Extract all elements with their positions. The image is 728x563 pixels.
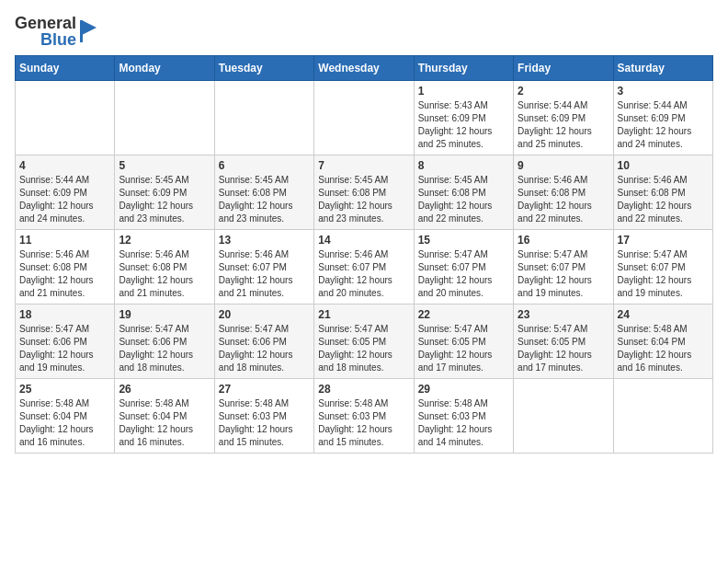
day-info: Sunrise: 5:47 AM Sunset: 6:05 PM Dayligh… — [518, 323, 609, 374]
calendar-cell — [115, 81, 214, 155]
day-info: Sunrise: 5:47 AM Sunset: 6:07 PM Dayligh… — [618, 248, 709, 300]
calendar-cell — [16, 81, 115, 155]
day-info: Sunrise: 5:48 AM Sunset: 6:03 PM Dayligh… — [219, 397, 310, 449]
calendar-week-4: 18Sunrise: 5:47 AM Sunset: 6:06 PM Dayli… — [16, 304, 713, 379]
day-info: Sunrise: 5:44 AM Sunset: 6:09 PM Dayligh… — [518, 99, 609, 151]
day-number: 10 — [618, 159, 709, 172]
day-number: 23 — [518, 308, 609, 321]
calendar-cell: 3Sunrise: 5:44 AM Sunset: 6:09 PM Daylig… — [613, 81, 712, 155]
svg-rect-1 — [80, 20, 83, 42]
logo: General Blue — [15, 15, 98, 48]
calendar-week-5: 25Sunrise: 5:48 AM Sunset: 6:04 PM Dayli… — [16, 379, 713, 454]
calendar-cell: 13Sunrise: 5:46 AM Sunset: 6:07 PM Dayli… — [214, 230, 313, 304]
day-number: 22 — [418, 308, 509, 321]
day-info: Sunrise: 5:45 AM Sunset: 6:08 PM Dayligh… — [318, 174, 409, 225]
day-number: 15 — [418, 234, 509, 247]
calendar-cell: 9Sunrise: 5:46 AM Sunset: 6:08 PM Daylig… — [514, 155, 613, 230]
day-info: Sunrise: 5:46 AM Sunset: 6:08 PM Dayligh… — [19, 248, 110, 300]
day-number: 9 — [518, 159, 609, 172]
calendar-cell: 22Sunrise: 5:47 AM Sunset: 6:05 PM Dayli… — [414, 304, 513, 379]
day-number: 18 — [19, 308, 110, 321]
calendar-cell: 15Sunrise: 5:47 AM Sunset: 6:07 PM Dayli… — [414, 230, 513, 304]
calendar-cell: 29Sunrise: 5:48 AM Sunset: 6:03 PM Dayli… — [414, 379, 513, 454]
calendar-cell — [214, 81, 313, 155]
day-number: 6 — [219, 159, 310, 172]
day-number: 7 — [318, 159, 409, 172]
day-number: 12 — [119, 234, 210, 247]
calendar-cell: 14Sunrise: 5:46 AM Sunset: 6:07 PM Dayli… — [314, 230, 414, 304]
day-info: Sunrise: 5:45 AM Sunset: 6:09 PM Dayligh… — [119, 174, 210, 225]
day-info: Sunrise: 5:48 AM Sunset: 6:03 PM Dayligh… — [418, 397, 509, 449]
calendar-cell: 8Sunrise: 5:45 AM Sunset: 6:08 PM Daylig… — [414, 155, 513, 230]
logo-flag-icon — [78, 18, 98, 44]
day-info: Sunrise: 5:46 AM Sunset: 6:08 PM Dayligh… — [618, 174, 709, 225]
day-info: Sunrise: 5:43 AM Sunset: 6:09 PM Dayligh… — [418, 99, 509, 151]
calendar-cell: 16Sunrise: 5:47 AM Sunset: 6:07 PM Dayli… — [514, 230, 613, 304]
calendar-cell: 12Sunrise: 5:46 AM Sunset: 6:08 PM Dayli… — [115, 230, 214, 304]
day-number: 14 — [318, 234, 409, 247]
calendar-cell: 1Sunrise: 5:43 AM Sunset: 6:09 PM Daylig… — [414, 81, 513, 155]
calendar-cell: 18Sunrise: 5:47 AM Sunset: 6:06 PM Dayli… — [16, 304, 115, 379]
calendar-week-3: 11Sunrise: 5:46 AM Sunset: 6:08 PM Dayli… — [16, 230, 713, 304]
day-number: 24 — [618, 308, 709, 321]
calendar-week-1: 1Sunrise: 5:43 AM Sunset: 6:09 PM Daylig… — [16, 81, 713, 155]
day-info: Sunrise: 5:47 AM Sunset: 6:06 PM Dayligh… — [19, 323, 110, 374]
day-number: 28 — [318, 383, 409, 396]
col-header-thursday: Thursday — [414, 56, 513, 81]
day-number: 21 — [318, 308, 409, 321]
day-info: Sunrise: 5:46 AM Sunset: 6:07 PM Dayligh… — [219, 248, 310, 300]
day-number: 1 — [418, 85, 509, 98]
day-info: Sunrise: 5:47 AM Sunset: 6:06 PM Dayligh… — [219, 323, 310, 374]
day-info: Sunrise: 5:45 AM Sunset: 6:08 PM Dayligh… — [219, 174, 310, 225]
day-info: Sunrise: 5:47 AM Sunset: 6:05 PM Dayligh… — [318, 323, 409, 374]
calendar-cell — [314, 81, 414, 155]
calendar-cell — [613, 379, 712, 454]
col-header-sunday: Sunday — [16, 56, 115, 81]
day-info: Sunrise: 5:44 AM Sunset: 6:09 PM Dayligh… — [19, 174, 110, 225]
day-info: Sunrise: 5:48 AM Sunset: 6:03 PM Dayligh… — [318, 397, 409, 449]
day-info: Sunrise: 5:46 AM Sunset: 6:07 PM Dayligh… — [318, 248, 409, 300]
logo-blue-text: Blue — [40, 31, 76, 48]
day-number: 25 — [19, 383, 110, 396]
day-number: 17 — [618, 234, 709, 247]
day-info: Sunrise: 5:46 AM Sunset: 6:08 PM Dayligh… — [119, 248, 210, 300]
calendar-cell: 27Sunrise: 5:48 AM Sunset: 6:03 PM Dayli… — [214, 379, 313, 454]
day-number: 11 — [19, 234, 110, 247]
day-number: 19 — [119, 308, 210, 321]
logo-general-text: General — [15, 15, 76, 31]
day-info: Sunrise: 5:44 AM Sunset: 6:09 PM Dayligh… — [618, 99, 709, 151]
calendar-cell: 25Sunrise: 5:48 AM Sunset: 6:04 PM Dayli… — [16, 379, 115, 454]
day-number: 27 — [219, 383, 310, 396]
calendar-cell: 10Sunrise: 5:46 AM Sunset: 6:08 PM Dayli… — [613, 155, 712, 230]
day-info: Sunrise: 5:46 AM Sunset: 6:08 PM Dayligh… — [518, 174, 609, 225]
col-header-friday: Friday — [514, 56, 613, 81]
col-header-tuesday: Tuesday — [214, 56, 313, 81]
day-info: Sunrise: 5:48 AM Sunset: 6:04 PM Dayligh… — [618, 323, 709, 374]
day-info: Sunrise: 5:45 AM Sunset: 6:08 PM Dayligh… — [418, 174, 509, 225]
calendar-cell: 21Sunrise: 5:47 AM Sunset: 6:05 PM Dayli… — [314, 304, 414, 379]
calendar-cell: 6Sunrise: 5:45 AM Sunset: 6:08 PM Daylig… — [214, 155, 313, 230]
day-number: 8 — [418, 159, 509, 172]
day-number: 3 — [618, 85, 709, 98]
day-number: 5 — [119, 159, 210, 172]
col-header-saturday: Saturday — [613, 56, 712, 81]
day-info: Sunrise: 5:48 AM Sunset: 6:04 PM Dayligh… — [19, 397, 110, 449]
col-header-wednesday: Wednesday — [314, 56, 414, 81]
day-number: 29 — [418, 383, 509, 396]
day-number: 4 — [19, 159, 110, 172]
svg-marker-0 — [82, 20, 97, 35]
day-info: Sunrise: 5:47 AM Sunset: 6:07 PM Dayligh… — [518, 248, 609, 300]
calendar-cell: 2Sunrise: 5:44 AM Sunset: 6:09 PM Daylig… — [514, 81, 613, 155]
calendar-cell: 5Sunrise: 5:45 AM Sunset: 6:09 PM Daylig… — [115, 155, 214, 230]
calendar-cell: 11Sunrise: 5:46 AM Sunset: 6:08 PM Dayli… — [16, 230, 115, 304]
day-info: Sunrise: 5:48 AM Sunset: 6:04 PM Dayligh… — [119, 397, 210, 449]
calendar-cell: 17Sunrise: 5:47 AM Sunset: 6:07 PM Dayli… — [613, 230, 712, 304]
day-number: 16 — [518, 234, 609, 247]
day-info: Sunrise: 5:47 AM Sunset: 6:07 PM Dayligh… — [418, 248, 509, 300]
calendar-table: SundayMondayTuesdayWednesdayThursdayFrid… — [15, 55, 713, 454]
calendar-week-2: 4Sunrise: 5:44 AM Sunset: 6:09 PM Daylig… — [16, 155, 713, 230]
calendar-cell: 26Sunrise: 5:48 AM Sunset: 6:04 PM Dayli… — [115, 379, 214, 454]
day-number: 13 — [219, 234, 310, 247]
calendar-cell: 19Sunrise: 5:47 AM Sunset: 6:06 PM Dayli… — [115, 304, 214, 379]
calendar-cell: 24Sunrise: 5:48 AM Sunset: 6:04 PM Dayli… — [613, 304, 712, 379]
